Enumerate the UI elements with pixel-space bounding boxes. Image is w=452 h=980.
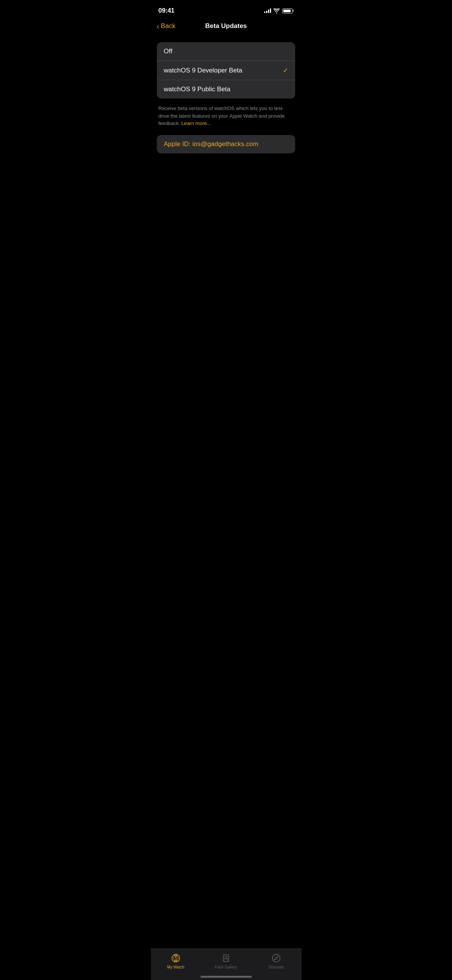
description-text: Receive beta versions of watchOS which l… <box>157 103 295 135</box>
status-time: 09:41 <box>158 7 174 15</box>
option-public-label: watchOS 9 Public Beta <box>164 86 230 93</box>
apple-id-card[interactable]: Apple ID: ios@gadgethacks.com <box>157 135 295 153</box>
option-developer[interactable]: watchOS 9 Developer Beta ✓ <box>157 61 295 80</box>
back-label: Back <box>161 22 176 30</box>
back-button[interactable]: ‹ Back <box>157 22 175 30</box>
option-off-label: Off <box>164 48 172 55</box>
checkmark-icon: ✓ <box>283 66 288 74</box>
signal-icon <box>264 8 271 13</box>
battery-icon <box>282 8 294 13</box>
nav-header: ‹ Back Beta Updates <box>151 19 301 35</box>
back-chevron-icon: ‹ <box>157 22 159 30</box>
apple-id-label: Apple ID: ios@gadgethacks.com <box>164 140 258 148</box>
option-public[interactable]: watchOS 9 Public Beta <box>157 80 295 99</box>
description-body: Receive beta versions of watchOS which l… <box>158 105 285 126</box>
option-developer-label: watchOS 9 Developer Beta <box>164 67 242 74</box>
status-bar: 09:41 <box>151 0 301 19</box>
option-off[interactable]: Off <box>157 42 295 61</box>
page-title: Beta Updates <box>205 22 247 30</box>
learn-more-link[interactable]: Learn more... <box>181 120 211 126</box>
wifi-icon <box>273 8 280 13</box>
options-card: Off watchOS 9 Developer Beta ✓ watchOS 9… <box>157 42 295 99</box>
status-icons <box>264 8 294 13</box>
main-content: Off watchOS 9 Developer Beta ✓ watchOS 9… <box>151 35 301 153</box>
